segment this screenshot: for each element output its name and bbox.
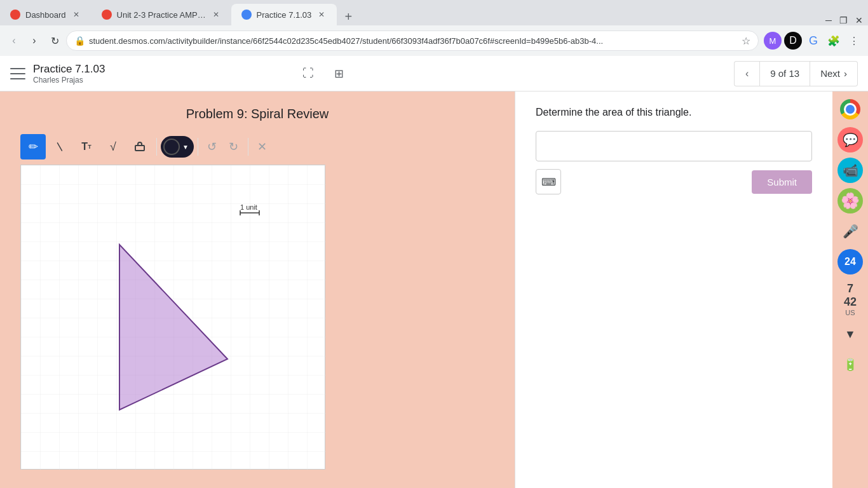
- tab-close-btn[interactable]: ✕: [212, 10, 221, 20]
- battery-icon: 🔋: [837, 352, 863, 377]
- puzzle-icon[interactable]: 🧩: [825, 32, 843, 50]
- color-swatch: [163, 139, 180, 155]
- undo-btn[interactable]: ↺: [202, 137, 222, 157]
- new-tab-button[interactable]: +: [339, 8, 357, 25]
- header-center: ⛶ ⊞: [297, 62, 350, 85]
- next-label: Next: [820, 68, 840, 79]
- chrome-logo: [840, 99, 860, 119]
- content-area: Problem 9: Spiral Review ✏ / TT √ ▼ ↺ ↻: [0, 92, 515, 488]
- drawing-toolbar: ✏ / TT √ ▼ ↺ ↻ ✕: [20, 134, 494, 159]
- tab-favicon: [102, 10, 112, 20]
- forward-btn[interactable]: ›: [25, 32, 43, 50]
- keyboard-toggle-btn[interactable]: ⌨: [536, 169, 561, 194]
- color-picker-btn[interactable]: ▼: [161, 136, 194, 158]
- toolbar-separator-2: [198, 138, 198, 156]
- page-indicator: 9 of 13: [759, 61, 810, 86]
- address-bar[interactable]: 🔒 student.desmos.com/activitybuilder/ins…: [66, 30, 759, 51]
- formula-tool[interactable]: √: [100, 134, 126, 159]
- tab-title: Dashboard: [25, 10, 66, 20]
- app-subtitle: Charles Prajas: [33, 76, 105, 85]
- dashlane-icon[interactable]: D: [784, 32, 802, 50]
- tab-title: Practice 7.1.03: [257, 10, 312, 20]
- time-region: US: [845, 309, 855, 316]
- color-dropdown-icon: ▼: [182, 144, 189, 151]
- tab-favicon: [10, 10, 20, 20]
- address-text: student.desmos.com/activitybuilder/insta…: [89, 36, 738, 46]
- chat-icon: 💬: [843, 132, 858, 147]
- answer-input[interactable]: [536, 131, 812, 161]
- question-text: Determine the area of this triangle.: [536, 107, 812, 118]
- bookmark-icon[interactable]: ☆: [742, 35, 750, 47]
- browser-toolbar-actions: M D G 🧩 ⋮: [764, 32, 863, 50]
- user-avatar-icon[interactable]: 🌸: [837, 188, 863, 214]
- clear-btn[interactable]: ✕: [252, 137, 273, 157]
- wifi-icon: ▼: [844, 328, 856, 341]
- app-header: Practice 7.1.03 Charles Prajas ⛶ ⊞ ‹ 9 o…: [0, 56, 868, 92]
- problem-title: Problem 9: Spiral Review: [20, 107, 494, 121]
- chat-sidebar-icon[interactable]: 💬: [837, 127, 863, 152]
- mic-sidebar-icon[interactable]: 🎤: [837, 219, 863, 244]
- battery-indicator: 🔋: [843, 358, 857, 372]
- line-tool[interactable]: /: [42, 129, 78, 165]
- tab-close-btn[interactable]: ✕: [316, 10, 327, 20]
- window-controls: ─ ❐ ✕: [825, 15, 868, 25]
- next-page-btn[interactable]: Next ›: [810, 61, 858, 86]
- text-tool[interactable]: TT: [74, 134, 99, 159]
- back-btn[interactable]: ‹: [5, 32, 23, 50]
- main-layout: Problem 9: Spiral Review ✏ / TT √ ▼ ↺ ↻: [0, 92, 868, 488]
- svg-text:1 unit: 1 unit: [240, 203, 257, 211]
- avatar-image: 🌸: [841, 192, 860, 210]
- answer-row: ⌨ Submit: [536, 169, 812, 194]
- tab-dashboard[interactable]: Dashboard ✕: [0, 4, 92, 25]
- time-widget: 7 42 US: [844, 282, 857, 316]
- chrome-sidebar-icon[interactable]: [837, 97, 863, 122]
- toolbar-separator-3: [248, 138, 248, 156]
- next-chevron-icon: ›: [844, 68, 847, 79]
- menu-icon[interactable]: ⋮: [845, 32, 863, 50]
- browser-window: Dashboard ✕ Unit 2-3 Practice AMPLIFY ✕ …: [0, 0, 868, 56]
- mic-icon: 🎤: [843, 224, 858, 239]
- hamburger-menu[interactable]: [10, 66, 25, 81]
- close-btn[interactable]: ✕: [855, 15, 863, 25]
- calendar-sidebar-icon[interactable]: 24: [837, 249, 863, 274]
- grid-svg: 1 unit: [21, 165, 326, 470]
- tab-close-btn[interactable]: ✕: [71, 10, 81, 20]
- tab-title: Unit 2-3 Practice AMPLIFY: [117, 10, 207, 20]
- drawing-canvas[interactable]: 1 unit: [20, 165, 325, 470]
- tab-practice[interactable]: Practice 7.1.03 ✕: [231, 4, 337, 25]
- prev-page-btn[interactable]: ‹: [734, 61, 759, 86]
- calculator-btn[interactable]: ⊞: [327, 62, 350, 85]
- video-icon: 📹: [843, 163, 858, 178]
- submit-btn[interactable]: Submit: [752, 170, 812, 194]
- right-sidebar: 💬 📹 🌸 🎤 24 7 42 US ▼ 🔋: [832, 92, 868, 488]
- tab-bar: Dashboard ✕ Unit 2-3 Practice AMPLIFY ✕ …: [0, 0, 868, 25]
- extensions-icon[interactable]: M: [764, 32, 782, 50]
- redo-btn[interactable]: ↻: [224, 137, 244, 157]
- time-hour: 7: [847, 282, 853, 295]
- app-title-block: Practice 7.1.03 Charles Prajas: [33, 63, 105, 85]
- calendar-icon: 24: [844, 256, 856, 268]
- address-bar-row: ‹ › ↻ 🔒 student.desmos.com/activitybuild…: [0, 25, 868, 56]
- lock-icon: 🔒: [74, 36, 85, 46]
- svg-rect-0: [135, 146, 144, 151]
- tab-favicon: [241, 10, 252, 20]
- toolbar-separator: [156, 138, 157, 156]
- network-icon: ▼: [837, 322, 863, 347]
- right-panel: Determine the area of this triangle. ⌨ S…: [515, 92, 832, 488]
- maximize-btn[interactable]: ❐: [839, 15, 848, 25]
- reload-btn[interactable]: ↻: [46, 32, 64, 50]
- video-sidebar-icon[interactable]: 📹: [837, 158, 863, 183]
- eraser-tool[interactable]: [127, 134, 153, 159]
- time-minute: 42: [844, 295, 857, 309]
- google-icon[interactable]: G: [804, 32, 822, 50]
- app-title: Practice 7.1.03: [33, 63, 105, 76]
- expand-btn[interactable]: ⛶: [297, 62, 320, 85]
- tab-amplify[interactable]: Unit 2-3 Practice AMPLIFY ✕: [92, 4, 231, 25]
- nav-controls: ‹ 9 of 13 Next ›: [734, 61, 858, 86]
- minimize-btn[interactable]: ─: [825, 15, 832, 25]
